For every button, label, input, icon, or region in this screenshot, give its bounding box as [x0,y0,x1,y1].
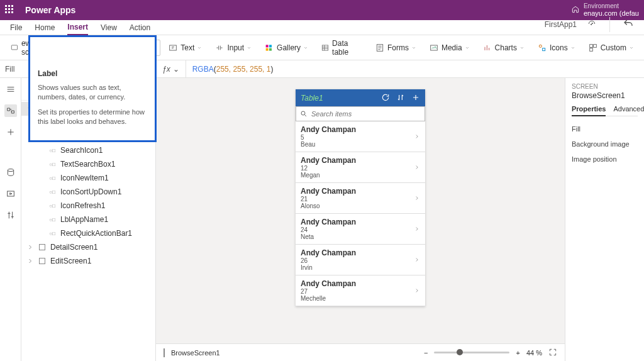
svg-rect-14 [593,44,596,47]
svg-rect-13 [589,44,592,47]
svg-point-22 [301,111,305,115]
undo-button[interactable] [623,18,634,31]
menu-bar: File Home Insert View Action FirstApp1 [0,20,644,35]
chevron-down-icon [197,45,202,50]
canvas-footer: BrowseScreen1 − + 44 % [156,343,565,361]
rail-media[interactable] [4,187,17,200]
property-image-position[interactable]: Image position [572,152,638,167]
tooltip-text-2: Set its properties to determine how this… [38,108,147,127]
list-item[interactable]: Andy Champan21Alonso [296,183,425,214]
left-rail [0,78,21,361]
tree-rectquickactionbar1[interactable]: ○□RectQuickActionBar1 [21,226,155,240]
health-icon[interactable] [587,19,597,31]
chevron-right-icon [414,225,420,233]
pane-title: BrowseScreen1 [572,91,638,100]
app-title: Power Apps [25,5,75,15]
tree-detailscreen1[interactable]: DetailScreen1 [21,240,155,254]
insert-text-button[interactable]: Text [163,40,207,55]
footer-screen-name[interactable]: BrowseScreen1 [171,349,220,357]
label-tooltip-callout: Label Shows values such as text, numbers… [28,35,157,142]
fit-icon[interactable] [548,348,557,358]
rail-advanced[interactable] [4,209,17,221]
control-icon: ○□ [48,217,57,223]
list-item[interactable]: Andy Champan12Megan [296,152,425,183]
control-icon: ○□ [48,175,57,181]
insert-datatable-button[interactable]: Data table [316,36,367,59]
chevron-down-icon [629,45,634,50]
zoom-in-icon[interactable]: + [516,349,519,357]
table-title: Table1 [301,94,323,103]
zoom-value: 44 % [526,349,542,357]
text-icon [168,43,178,53]
search-box[interactable] [296,106,425,121]
fx-label: ƒx⌄ [156,60,186,77]
svg-point-16 [8,169,13,172]
menu-insert[interactable]: Insert [67,23,88,35]
rail-data[interactable] [4,166,17,179]
tree-iconnewitem1[interactable]: ○□IconNewItem1 [21,171,155,185]
tree-lblappname1[interactable]: ○□LblAppName1 [21,213,155,226]
list-item[interactable]: Andy Champan27Mechelle [296,275,425,306]
control-icon: ○□ [48,148,57,153]
menu-view[interactable]: View [101,23,117,35]
current-app-name[interactable]: FirstApp1 [545,20,577,29]
insert-forms-button[interactable]: Forms [370,40,421,55]
insert-icons-button[interactable]: Icons [532,40,580,55]
screen-icon [39,258,45,264]
gallery-icon [264,43,274,53]
insert-gallery-button[interactable]: Gallery [259,40,313,55]
zoom-slider[interactable] [434,352,509,353]
environment-selector[interactable]: Environment enayu.com (defau [571,3,639,17]
list-item[interactable]: Andy Champan5Beau [296,121,425,152]
pane-type-label: SCREEN [572,83,638,90]
tree-searchicon1[interactable]: ○□SearchIcon1 [21,143,155,157]
property-fill[interactable]: Fill [572,121,638,136]
environment-value: enayu.com (defau [584,9,639,17]
control-icon: ○□ [48,231,57,236]
insert-input-button[interactable]: Input [209,40,257,55]
menu-home[interactable]: Home [35,23,55,35]
phone-preview[interactable]: Table1 Andy Champan5BeauAndy Champan12Me… [296,89,425,306]
chevron-down-icon [247,45,252,50]
list-item[interactable]: Andy Champan26Irvin [296,245,425,275]
insert-charts-button[interactable]: Charts [477,40,530,55]
tab-advanced[interactable]: Advanced [613,105,644,116]
property-background-image[interactable]: Background image [572,136,638,152]
add-icon[interactable] [411,93,420,104]
svg-point-11 [539,45,541,47]
chevron-right-icon [26,243,34,251]
insert-custom-button[interactable]: Custom [583,40,639,55]
menu-file[interactable]: File [10,23,22,35]
sort-icon[interactable] [396,93,405,104]
list-item[interactable]: Andy Champan24Neta [296,214,425,245]
svg-rect-17 [7,191,14,196]
icons-icon [537,43,547,53]
custom-icon [588,43,598,53]
formula-input[interactable]: RGBA(255, 255, 255, 1) [186,65,280,74]
insert-media-button[interactable]: Media [424,40,475,55]
app-header: Table1 [296,89,425,107]
zoom-out-icon[interactable]: − [424,349,428,357]
waffle-icon[interactable] [5,5,15,15]
environment-label: Environment [584,3,639,9]
rail-insert[interactable] [4,126,17,138]
tab-properties[interactable]: Properties [572,105,606,116]
tooltip-text-1: Shows values such as text, numbers, date… [38,83,147,103]
rail-hamburger[interactable] [4,83,17,96]
table-icon [321,43,330,53]
menu-action[interactable]: Action [130,23,150,35]
svg-rect-3 [170,45,177,50]
tree-iconsortupdown1[interactable]: ○□IconSortUpDown1 [21,185,155,199]
chevron-down-icon [411,45,416,50]
charts-icon [482,43,492,53]
chevron-right-icon [414,286,420,295]
input-icon [214,43,225,53]
search-input[interactable] [311,110,421,118]
tree-editscreen1[interactable]: EditScreen1 [21,254,155,268]
rail-tree-view[interactable] [4,104,17,117]
screen-icon [39,244,45,250]
refresh-icon[interactable] [381,93,390,104]
tree-iconrefresh1[interactable]: ○□IconRefresh1 [21,199,155,213]
tree-textsearchbox1[interactable]: ○□TextSearchBox1 [21,157,155,171]
chevron-down-icon [570,45,575,50]
